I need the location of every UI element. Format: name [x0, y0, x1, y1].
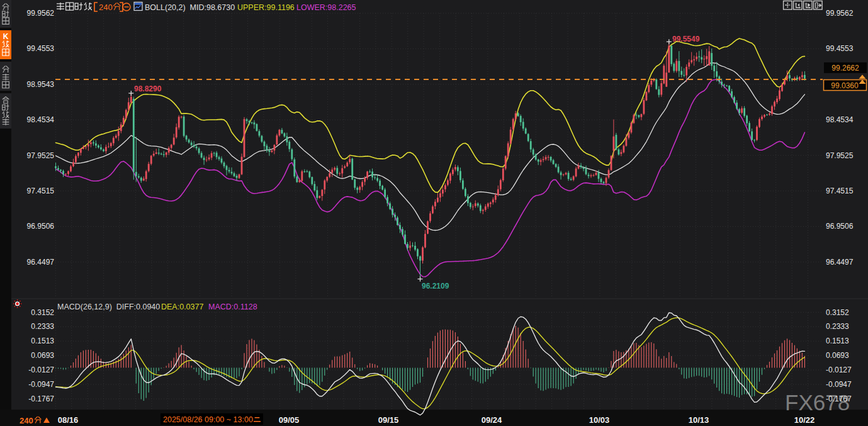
svg-text:97.9525: 97.9525	[826, 151, 854, 160]
svg-text:97.9525: 97.9525	[27, 151, 55, 160]
svg-text:96.4497: 96.4497	[826, 258, 854, 267]
svg-text:99.0360: 99.0360	[831, 81, 859, 90]
svg-text:09/15: 09/15	[378, 415, 399, 425]
svg-text:98.4534: 98.4534	[826, 115, 854, 124]
svg-text:99.4553: 99.4553	[27, 44, 55, 53]
svg-text:240: 240	[20, 416, 33, 425]
svg-text:09/05: 09/05	[279, 415, 300, 425]
svg-text:99.5549: 99.5549	[672, 35, 700, 43]
svg-text:-0.0127: -0.0127	[826, 366, 852, 374]
svg-text:10/13: 10/13	[689, 415, 709, 425]
svg-text:-0.0947: -0.0947	[28, 380, 54, 389]
svg-text:0.2333: 0.2333	[31, 322, 54, 331]
svg-text:240: 240	[99, 3, 113, 12]
svg-text:99.4553: 99.4553	[826, 44, 854, 53]
svg-text:99.9562: 99.9562	[826, 9, 854, 18]
svg-text:0.0693: 0.0693	[826, 351, 849, 360]
svg-text:10/03: 10/03	[589, 415, 610, 425]
svg-text:99.2662: 99.2662	[831, 64, 859, 72]
svg-text:BOLL(20,2) MID:98.6730: BOLL(20,2) MID:98.6730	[145, 3, 235, 12]
svg-text:DEA:0.0377: DEA:0.0377	[161, 302, 203, 311]
svg-text:MACD(26,12,9) DIFF:0.0940: MACD(26,12,9) DIFF:0.0940	[57, 302, 160, 311]
svg-text:K: K	[3, 32, 9, 41]
svg-text:-0.0127: -0.0127	[28, 366, 54, 374]
svg-text:0.3152: 0.3152	[826, 308, 849, 317]
svg-text:98.4534: 98.4534	[27, 115, 55, 124]
svg-text:UPPER:99.1196: UPPER:99.1196	[237, 3, 295, 12]
svg-text:98.8290: 98.8290	[134, 84, 162, 93]
svg-text:0.2333: 0.2333	[826, 322, 849, 331]
svg-text:99.9562: 99.9562	[27, 9, 55, 18]
svg-text:96.2109: 96.2109	[422, 282, 449, 291]
svg-text:08/16: 08/16	[58, 415, 79, 425]
svg-text:97.4515: 97.4515	[27, 187, 55, 195]
svg-text:09/24: 09/24	[482, 415, 502, 425]
svg-text:-0.1767: -0.1767	[28, 394, 54, 403]
svg-text:96.9506: 96.9506	[826, 222, 854, 231]
svg-text:0.0693: 0.0693	[31, 351, 54, 360]
svg-text:98.9543: 98.9543	[27, 80, 55, 89]
svg-text:LOWER:98.2265: LOWER:98.2265	[296, 3, 356, 12]
svg-text:10/22: 10/22	[794, 415, 815, 425]
svg-text:97.4515: 97.4515	[826, 187, 854, 195]
svg-text:2025/08/26 09:00 ~ 13:00: 2025/08/26 09:00 ~ 13:00	[163, 415, 253, 424]
svg-text:0.3152: 0.3152	[31, 308, 54, 317]
svg-text:96.9506: 96.9506	[27, 222, 55, 231]
svg-text:96.4497: 96.4497	[27, 258, 55, 267]
svg-text:0.1513: 0.1513	[31, 337, 54, 345]
svg-text:-0.0947: -0.0947	[826, 380, 852, 389]
svg-text:MACD:0.1128: MACD:0.1128	[208, 302, 257, 311]
svg-text:0.1513: 0.1513	[826, 337, 849, 345]
svg-text:-0.1767: -0.1767	[826, 394, 852, 403]
